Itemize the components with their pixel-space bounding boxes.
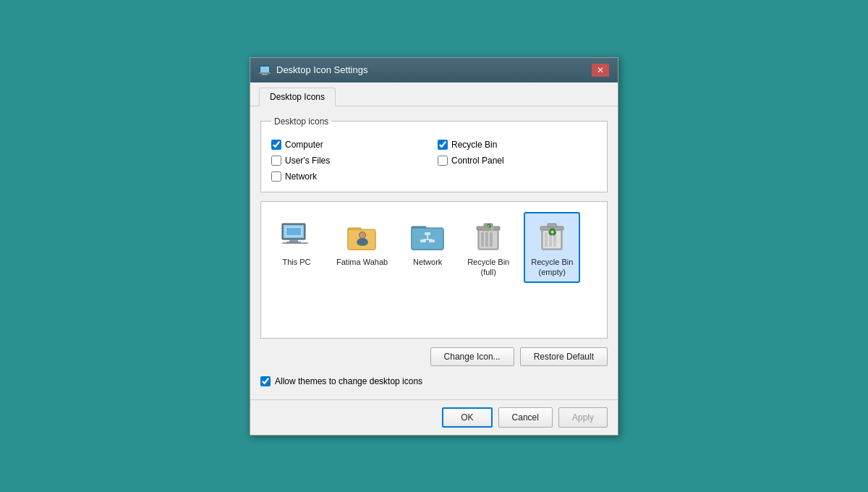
icon-network[interactable]: Network <box>402 212 453 273</box>
svg-rect-1 <box>260 67 269 72</box>
svg-point-17 <box>357 238 367 244</box>
svg-rect-10 <box>282 242 308 244</box>
icon-recycle-empty[interactable]: ♻ Recycle Bin(empty) <box>524 212 580 284</box>
checkboxes-legend: Desktop icons <box>271 116 331 127</box>
user-icon <box>345 218 380 253</box>
ok-button[interactable]: OK <box>442 407 492 428</box>
dialog-title: Desktop Icon Settings <box>276 64 367 75</box>
svg-rect-37 <box>491 226 493 232</box>
checkbox-network-input[interactable] <box>271 171 281 182</box>
checkbox-users-files-input[interactable] <box>271 156 281 166</box>
icon-action-buttons: Change Icon... Restore Default <box>260 347 608 366</box>
allow-themes-checkbox[interactable] <box>260 376 271 386</box>
svg-rect-21 <box>425 232 430 235</box>
checkbox-users-files-label: User's Files <box>285 156 330 166</box>
close-button[interactable]: ✕ <box>592 64 609 77</box>
dialog-icon <box>259 64 271 76</box>
svg-rect-29 <box>481 232 484 247</box>
checkbox-users-files[interactable]: User's Files <box>271 156 430 166</box>
checkbox-network[interactable]: Network <box>271 171 430 182</box>
icon-recycle-full-label: Recycle Bin(full) <box>467 257 509 278</box>
this-pc-icon <box>279 218 314 253</box>
svg-rect-3 <box>262 74 268 75</box>
checkbox-computer-label: Computer <box>285 140 323 150</box>
svg-rect-36 <box>487 226 489 232</box>
icon-recycle-empty-label: Recycle Bin(empty) <box>531 257 573 278</box>
cancel-button[interactable]: Cancel <box>498 407 553 428</box>
icon-recycle-full[interactable]: ♻ Recycle Bin(full) <box>460 212 516 284</box>
checkbox-computer-input[interactable] <box>271 140 281 150</box>
svg-point-16 <box>359 232 365 238</box>
recycle-empty-icon: ♻ <box>535 218 569 253</box>
change-icon-button[interactable]: Change Icon... <box>430 347 514 366</box>
restore-default-button[interactable]: Restore Default <box>520 347 608 366</box>
allow-themes-label: Allow themes to change desktop icons <box>275 376 422 386</box>
checkbox-control-panel[interactable]: Control Panel <box>438 156 597 166</box>
dialog-body: Desktop icons Computer Recycle Bin User'… <box>250 106 618 399</box>
svg-rect-35 <box>482 227 485 232</box>
svg-text:♻: ♻ <box>548 226 557 238</box>
svg-rect-2 <box>259 72 271 74</box>
checkbox-recycle-bin-label: Recycle Bin <box>451 140 497 150</box>
apply-button[interactable]: Apply <box>558 407 608 428</box>
svg-rect-8 <box>289 239 298 242</box>
network-icon <box>410 218 445 253</box>
svg-rect-22 <box>427 235 428 239</box>
checkbox-network-label: Network <box>285 171 317 182</box>
icon-this-pc-label: This PC <box>282 257 310 267</box>
svg-rect-31 <box>490 232 493 247</box>
tab-bar: Desktop Icons <box>250 82 618 106</box>
icon-network-label: Network <box>413 257 442 267</box>
checkboxes-group: Desktop icons Computer Recycle Bin User'… <box>260 116 608 192</box>
icons-panel: This PC <box>260 201 608 339</box>
tab-desktop-icons[interactable]: Desktop Icons <box>259 88 336 106</box>
svg-rect-7 <box>286 228 301 235</box>
checkbox-computer[interactable]: Computer <box>271 140 430 150</box>
title-bar: Desktop Icon Settings ✕ <box>250 58 618 82</box>
dialog-footer: OK Cancel Apply <box>250 399 618 435</box>
icon-user-label: Fatima Wahab <box>336 257 388 267</box>
dialog-desktop-icon-settings: Desktop Icon Settings ✕ Desktop Icons De… <box>250 57 618 436</box>
recycle-full-icon: ♻ <box>471 218 506 253</box>
icon-user[interactable]: Fatima Wahab <box>329 212 395 273</box>
checkbox-recycle-bin[interactable]: Recycle Bin <box>438 140 597 150</box>
allow-themes-row: Allow themes to change desktop icons <box>260 373 608 389</box>
checkbox-control-panel-input[interactable] <box>438 156 448 166</box>
checkbox-control-panel-label: Control Panel <box>451 156 504 166</box>
checkboxes-grid: Computer Recycle Bin User's Files Contro… <box>271 140 597 182</box>
checkbox-recycle-bin-input[interactable] <box>438 140 448 150</box>
icon-this-pc[interactable]: This PC <box>271 212 322 273</box>
svg-rect-30 <box>485 232 488 247</box>
